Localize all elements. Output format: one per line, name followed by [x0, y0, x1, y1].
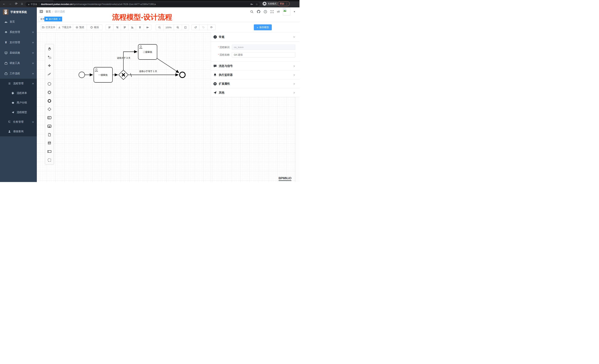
url-path[interactable]: /bpm/manager/model/design?modelId=e4a1a1…	[72, 3, 156, 6]
sidebar-item-label: 流程管理	[13, 82, 24, 85]
monitor-check-icon	[4, 51, 8, 55]
field-label: *流程名称	[211, 53, 229, 57]
github-icon[interactable]	[257, 10, 260, 14]
chevron-right-icon	[293, 65, 295, 68]
zoom-out-button[interactable]	[156, 25, 163, 30]
breadcrumb-home[interactable]: 首页	[46, 10, 51, 13]
field-process-name: *流程名称	[211, 52, 300, 58]
button-label: 模拟	[94, 26, 99, 29]
process-name-input[interactable]	[232, 52, 295, 58]
svg-text:一级审批: 一级审批	[98, 74, 108, 76]
undo-button[interactable]: ↺	[192, 25, 200, 30]
section-label: 消息与信号	[219, 64, 233, 68]
flow-task2-to-end[interactable]	[157, 58, 179, 73]
save-model-button[interactable]: + 保存模型	[254, 24, 272, 30]
task-level2-approval[interactable]: 二级审批	[138, 44, 157, 59]
browser-active-tab[interactable]	[0, 0, 54, 1]
sidebar-item-process-form[interactable]: 流程表单	[0, 88, 37, 98]
url-domain[interactable]: dashboard.yudao.iocoder.cn	[41, 3, 72, 6]
sidebar-item-payment[interactable]: ¥ 支付管理 ∨	[0, 37, 37, 48]
align-center-h-button[interactable]	[136, 25, 144, 30]
tab-design-process[interactable]: 设计流程 ✕	[44, 17, 62, 21]
zoom-level[interactable]: 100%	[163, 25, 174, 30]
restart-button[interactable]: ⟳	[207, 25, 216, 30]
align-bottom-button[interactable]	[128, 25, 136, 30]
key-icon[interactable]	[250, 3, 253, 6]
face-icon	[11, 101, 15, 105]
chevron-down-icon: ∨	[32, 62, 34, 65]
simulate-button[interactable]: 模拟	[87, 25, 102, 30]
sidebar-item-system[interactable]: 系统管理 ∨	[0, 27, 37, 37]
sidebar-item-home[interactable]: 首页	[0, 17, 37, 27]
preview-button[interactable]: 预览	[73, 25, 87, 30]
fullscreen-icon[interactable]	[270, 10, 274, 14]
sidebar: 芋道管理系统 首页 系统管理 ∨ ¥ 支付管理 ∨ 基础设施 ∨ 研发工具 ∨	[0, 7, 37, 182]
align-right-button[interactable]	[113, 25, 121, 30]
app-logo[interactable]: 芋道管理系统	[0, 7, 37, 17]
sidebar-item-process-mgmt[interactable]: 流程管理 ∧	[0, 79, 37, 88]
sidebar-item-task-mgmt[interactable]: 任务管理 ∨	[0, 117, 37, 127]
align-center-v-button[interactable]	[144, 25, 151, 30]
breadcrumb: 首页 / 设计流程	[46, 7, 65, 16]
address-bar[interactable]: ▲ 不安全 dashboard.yudao.iocoder.cn/bpm/man…	[26, 2, 260, 7]
security-label[interactable]: 不安全	[31, 3, 37, 6]
sidebar-item-process-model[interactable]: 流程模型	[0, 108, 37, 117]
sidebar-item-devtools[interactable]: 研发工具 ∨	[0, 58, 37, 68]
plus-circle-icon	[213, 82, 217, 86]
browser-home-icon[interactable]: ⌂	[20, 2, 24, 6]
active-dot-icon	[46, 18, 48, 20]
chevron-right-icon	[293, 83, 295, 85]
flow-icon	[7, 120, 12, 124]
align-left-button[interactable]	[106, 25, 113, 30]
help-icon[interactable]: ?	[264, 10, 267, 14]
section-general[interactable]: i 常规	[211, 33, 300, 42]
sidebar-item-leave-query[interactable]: 请假查询	[0, 127, 37, 136]
section-execution-listener[interactable]: 执行监听器	[211, 71, 300, 79]
section-messages-signals[interactable]: 消息与信号	[211, 62, 300, 71]
browser-reload-icon[interactable]: ⟳	[14, 2, 18, 6]
process-key-input[interactable]	[232, 44, 295, 50]
zoom-reset-button[interactable]	[182, 25, 189, 30]
browser-forward-icon[interactable]: →	[8, 2, 12, 6]
download-file-button[interactable]: 下载文件	[56, 25, 73, 30]
incognito-badge: 无痕模式	[262, 1, 279, 6]
font-size-icon[interactable]: TT	[277, 10, 280, 13]
chevron-down-icon: ∨	[32, 31, 34, 34]
avatar-dropdown-icon[interactable]: ▼	[293, 10, 295, 13]
section-extended-properties[interactable]: 扩展属性	[211, 79, 300, 88]
open-file-button[interactable]: 打开文件	[41, 25, 57, 30]
exclusive-gateway[interactable]	[119, 70, 128, 80]
flow-gateway-to-task2[interactable]	[123, 52, 137, 70]
button-label: 下载文件	[62, 26, 71, 29]
task-level1-approval[interactable]: 一级审批	[94, 67, 113, 82]
browser-update-button[interactable]: 更新 ⋮	[277, 1, 290, 6]
section-other[interactable]: 其他	[211, 88, 300, 97]
section-label: 常规	[219, 35, 224, 39]
avatar[interactable]	[283, 8, 290, 15]
sidebar-item-infra[interactable]: 基础设施 ∨	[0, 48, 37, 58]
sidebar-item-label: 流程表单	[17, 92, 27, 95]
start-event[interactable]	[79, 72, 85, 78]
close-icon[interactable]: ✕	[59, 18, 61, 20]
zoom-in-button[interactable]	[174, 25, 182, 30]
sidebar-item-user-group[interactable]: 用户分组	[0, 98, 37, 108]
redo-button[interactable]: ↻	[199, 25, 208, 30]
chevron-up-icon: ∧	[32, 72, 34, 75]
flow-label-le1[interactable]: 请假小于等于 1 天	[139, 70, 157, 73]
search-icon[interactable]	[250, 10, 254, 14]
send-icon	[213, 91, 217, 95]
browser-back-icon[interactable]: ←	[2, 2, 6, 6]
align-top-button[interactable]	[121, 25, 129, 30]
sidebar-item-label: 基础设施	[10, 51, 20, 54]
end-event[interactable]	[180, 72, 185, 78]
sidebar-item-workflow[interactable]: 工作流程 ∧	[0, 68, 37, 79]
browser-menu-icon[interactable]: ⋮	[285, 2, 288, 5]
chevron-down-icon: ∨	[32, 121, 34, 123]
collapse-sidebar-icon[interactable]	[39, 9, 44, 14]
bookmark-star-icon[interactable]: ☆	[255, 3, 258, 6]
sidebar-item-label: 请假查询	[13, 130, 24, 133]
flow-label-gt3[interactable]: 请假大于 3 天	[117, 57, 130, 59]
browser-chrome: ← → ⟳ ⌂ ▲ 不安全 dashboard.yudao.iocoder.cn…	[0, 0, 300, 7]
chevron-right-icon	[293, 74, 295, 76]
properties-panel: i 常规 *流程标识 *流程名称 消息与信号 执行监听器 扩	[211, 33, 300, 182]
